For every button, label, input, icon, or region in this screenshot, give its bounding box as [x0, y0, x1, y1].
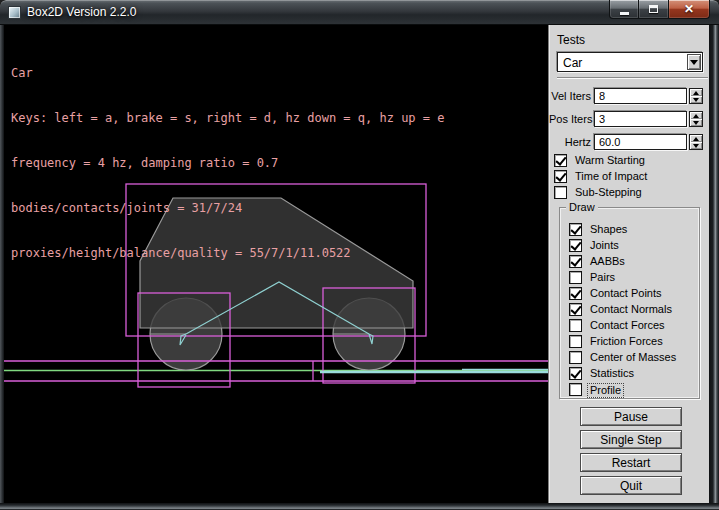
caption-buttons: ✕ [609, 0, 710, 19]
check-icon [570, 223, 581, 235]
spinner-down-button[interactable] [690, 96, 702, 103]
checkbox-label: Friction Forces [590, 335, 663, 348]
window-frame-bottom [0, 503, 719, 510]
dropdown-arrow-button[interactable] [687, 54, 701, 70]
tests-dropdown[interactable]: Car [557, 52, 703, 72]
hertz-input[interactable] [594, 134, 687, 150]
hud-line: proxies/height/balance/quality = 55/7/1/… [11, 246, 444, 261]
pos-iters-label: Pos Iters [549, 113, 591, 125]
checkbox-label: Contact Forces [590, 319, 665, 332]
app-window: Box2D Version 2.2.0 ✕ [0, 0, 719, 510]
vel-iters-input[interactable] [594, 88, 687, 104]
close-icon: ✕ [684, 0, 694, 19]
checkbox-label: Contact Points [590, 287, 662, 300]
hertz-stepper[interactable] [689, 134, 703, 150]
tests-dropdown-value: Car [563, 56, 582, 70]
checkbox-box [569, 383, 582, 396]
check-icon [570, 255, 581, 267]
minimize-icon [620, 12, 629, 15]
close-button[interactable]: ✕ [668, 0, 710, 19]
check-icon [570, 239, 581, 251]
spinner-down-icon [693, 144, 699, 148]
hud-line: Keys: left = a, brake = s, right = d, hz… [11, 111, 444, 126]
checkbox-box [569, 255, 582, 268]
pos-iters-stepper[interactable] [689, 111, 703, 127]
spinner-down-icon [693, 98, 699, 102]
spinner-down-button[interactable] [690, 119, 702, 126]
checkbox-box [569, 335, 582, 348]
checkbox-box [569, 367, 582, 380]
hertz-label: Hertz [549, 136, 591, 148]
checkbox-box [554, 154, 567, 167]
control-panel: Tests Car Vel Iters Pos Iters He [548, 25, 709, 503]
quit-button[interactable]: Quit [580, 476, 682, 495]
tests-label: Tests [557, 33, 585, 47]
checkbox-box [569, 351, 582, 364]
checkbox-label: Contact Normals [590, 303, 672, 316]
separator [557, 77, 708, 79]
maximize-icon [649, 5, 658, 13]
hud-line: frequency = 4 hz, damping ratio = 0.7 [11, 156, 444, 171]
checkbox-label: Center of Masses [590, 351, 676, 364]
window-frame-right [709, 25, 719, 503]
checkbox-box [554, 186, 567, 199]
spinner-down-button[interactable] [690, 142, 702, 149]
check-icon [570, 367, 581, 379]
spinner-up-button[interactable] [690, 89, 702, 96]
spinner-up-icon [693, 91, 699, 95]
checkbox-label: Warm Starting [575, 154, 645, 167]
draw-group-label: Draw [566, 201, 598, 213]
pause-button[interactable]: Pause [580, 407, 682, 426]
hertz-row: Hertz [549, 134, 710, 150]
restart-button[interactable]: Restart [580, 453, 682, 472]
hud-line: bodies/contacts/joints = 31/7/24 [11, 201, 444, 216]
checkbox-label: Pairs [590, 271, 615, 284]
draw-group: Draw Shapes Joints AABBs Pairs Contact P… [559, 207, 700, 399]
checkbox-label: Statistics [590, 367, 634, 380]
checkbox-box [554, 170, 567, 183]
checkbox-box [569, 271, 582, 284]
window-title: Box2D Version 2.2.0 [27, 5, 136, 19]
hud-line: Car [11, 66, 444, 81]
checkbox-label: Time of Impact [575, 170, 647, 183]
maximize-button[interactable] [639, 0, 668, 19]
spinner-down-icon [693, 121, 699, 125]
simulation-canvas[interactable]: Car Keys: left = a, brake = s, right = d… [4, 25, 548, 503]
pos-iters-row: Pos Iters [549, 111, 710, 127]
check-icon [570, 303, 581, 315]
spinner-up-icon [693, 114, 699, 118]
check-icon [555, 170, 566, 182]
checkbox-box [569, 287, 582, 300]
checkbox-box [569, 319, 582, 332]
app-icon [8, 6, 21, 19]
chevron-down-icon [690, 60, 698, 65]
checkbox-label: Joints [590, 239, 619, 252]
checkbox-label: Shapes [590, 223, 627, 236]
checkbox-label: Profile [587, 383, 624, 398]
checkbox-label: Sub-Stepping [575, 186, 642, 199]
titlebar[interactable]: Box2D Version 2.2.0 ✕ [0, 0, 719, 25]
vel-iters-row: Vel Iters [549, 88, 710, 104]
checkbox-box [569, 303, 582, 316]
minimize-button[interactable] [609, 0, 639, 19]
spinner-up-icon [693, 137, 699, 141]
hud-text: Car Keys: left = a, brake = s, right = d… [11, 36, 444, 291]
vel-iters-label: Vel Iters [549, 90, 591, 102]
check-icon [555, 154, 566, 166]
pos-iters-input[interactable] [594, 111, 687, 127]
vel-iters-stepper[interactable] [689, 88, 703, 104]
single-step-button[interactable]: Single Step [580, 430, 682, 449]
checkbox-label: AABBs [590, 255, 625, 268]
spinner-up-button[interactable] [690, 135, 702, 142]
check-icon [570, 287, 581, 299]
spinner-up-button[interactable] [690, 112, 702, 119]
checkbox-box [569, 239, 582, 252]
checkbox-box [569, 223, 582, 236]
